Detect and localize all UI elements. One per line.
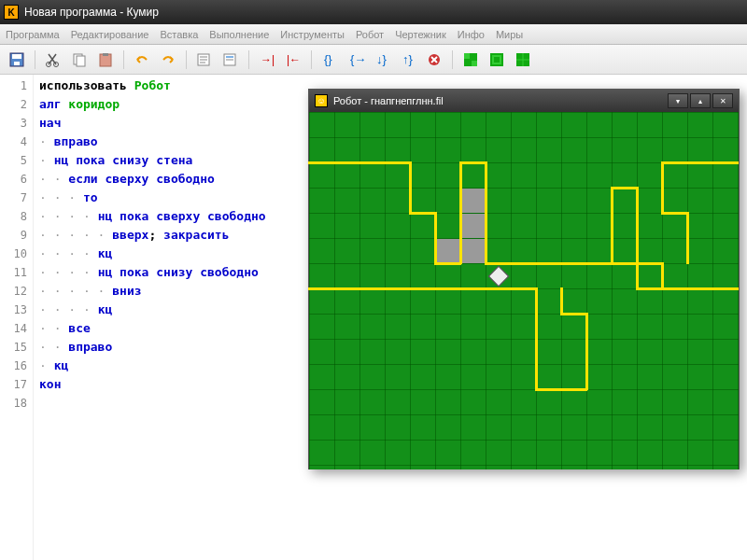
cut-icon[interactable]: [42, 49, 64, 71]
grid3-icon[interactable]: [512, 49, 534, 71]
line-number: 10: [0, 245, 33, 263]
wall: [661, 161, 664, 214]
title-bar: K Новая программа - Кумир: [0, 0, 747, 24]
wall: [585, 313, 588, 390]
wall: [434, 262, 461, 265]
toolbar: →||←{}{→↓}↑}: [0, 45, 747, 75]
line-number: 17: [0, 375, 33, 394]
svg-text:|←: |←: [287, 53, 301, 66]
wall: [459, 161, 462, 264]
svg-text:↑}: ↑}: [402, 52, 414, 66]
menu-редактирование[interactable]: Редактирование: [71, 29, 149, 40]
step-out-icon[interactable]: ↑}: [397, 49, 419, 71]
robot-window[interactable]: ☺ Робот - гнапгнепглнн.fil ▾▴✕: [308, 89, 740, 469]
line-number: 14: [0, 319, 33, 338]
wall: [434, 212, 437, 239]
svg-text:→|: →|: [261, 53, 275, 66]
line-number: 12: [0, 282, 33, 301]
wall: [611, 187, 613, 264]
wall: [560, 313, 587, 315]
robot-title-bar[interactable]: ☺ Робот - гнапгнепглнн.fil ▾▴✕: [309, 90, 739, 112]
wall: [409, 161, 412, 214]
line-number-gutter: 123456789101112131415161718: [0, 75, 34, 560]
run-icon[interactable]: {}: [318, 49, 341, 71]
copy-icon[interactable]: [68, 49, 91, 71]
wall: [686, 212, 689, 264]
wall: [485, 287, 537, 290]
wall: [636, 187, 639, 289]
wall: [485, 262, 613, 265]
wall: [661, 212, 688, 215]
painted-cell: [436, 239, 460, 263]
wall: [409, 212, 436, 215]
paste-icon[interactable]: [94, 49, 117, 71]
undo-icon[interactable]: [131, 49, 153, 71]
wall: [560, 287, 563, 315]
line-number: 7: [0, 189, 33, 207]
line-number: 16: [0, 357, 33, 375]
wall: [661, 262, 664, 289]
line-number: 4: [0, 133, 33, 151]
wall: [611, 262, 663, 265]
menu-миры[interactable]: Миры: [496, 29, 523, 40]
step-icon[interactable]: {→: [345, 49, 367, 71]
painted-cell: [461, 189, 486, 213]
find-icon[interactable]: [193, 49, 216, 71]
wall: [485, 161, 487, 264]
replace-icon[interactable]: [219, 49, 242, 71]
line-number: 5: [0, 151, 33, 170]
line-number: 11: [0, 263, 33, 282]
app-icon: K: [4, 5, 19, 20]
line-number: 8: [0, 207, 33, 226]
menu-программа[interactable]: Программа: [6, 29, 60, 40]
step-into-icon[interactable]: ↓}: [371, 49, 393, 71]
stop-icon[interactable]: [423, 49, 445, 71]
line-number: 6: [0, 170, 33, 189]
wall: [308, 161, 411, 164]
svg-rect-1: [12, 54, 21, 59]
menu-инструменты[interactable]: Инструменты: [280, 29, 345, 40]
menu-bar: ПрограммаРедактированиеВставкаВыполнение…: [0, 24, 747, 45]
wall: [661, 161, 739, 164]
svg-rect-26: [464, 53, 470, 59]
line-number: 9: [0, 226, 33, 245]
robot-field[interactable]: [309, 112, 739, 469]
line-number: 1: [0, 77, 33, 95]
wall: [434, 237, 437, 264]
svg-text:{}: {}: [324, 52, 332, 66]
menu-инфо[interactable]: Инфо: [458, 29, 485, 40]
grid2-icon[interactable]: [486, 49, 508, 71]
svg-text:↓}: ↓}: [376, 52, 388, 66]
painted-cell: [461, 239, 486, 263]
menu-вставка[interactable]: Вставка: [160, 29, 198, 40]
window-title: Новая программа - Кумир: [24, 6, 159, 19]
minimize-button[interactable]: ▾: [668, 93, 688, 108]
line-number: 3: [0, 114, 33, 133]
line-number: 18: [0, 394, 33, 413]
wall: [308, 287, 486, 290]
svg-rect-6: [77, 56, 85, 66]
save-icon[interactable]: [6, 49, 28, 71]
close-button[interactable]: ✕: [712, 93, 733, 108]
painted-cell: [461, 214, 486, 238]
indent-in-icon[interactable]: |←: [282, 49, 304, 71]
wall: [611, 187, 638, 189]
svg-rect-8: [103, 53, 108, 56]
svg-rect-2: [14, 62, 20, 65]
redo-icon[interactable]: [157, 49, 179, 71]
grid1-icon[interactable]: [459, 49, 482, 71]
robot-icon: ☺: [315, 94, 328, 107]
editor-area: 123456789101112131415161718 использовать…: [0, 75, 747, 560]
menu-выполнение[interactable]: Выполнение: [209, 29, 269, 40]
wall: [636, 287, 739, 290]
line-number: 15: [0, 338, 33, 357]
robot-window-title: Робот - гнапгнепглнн.fil: [333, 95, 444, 106]
indent-out-icon[interactable]: →|: [256, 49, 278, 71]
svg-rect-27: [472, 61, 477, 66]
wall: [535, 287, 538, 390]
svg-text:{→: {→: [350, 52, 364, 66]
maximize-button[interactable]: ▴: [690, 93, 711, 108]
wall: [535, 388, 587, 391]
menu-робот[interactable]: Робот: [356, 29, 384, 40]
menu-чертежник[interactable]: Чертежник: [395, 29, 446, 40]
